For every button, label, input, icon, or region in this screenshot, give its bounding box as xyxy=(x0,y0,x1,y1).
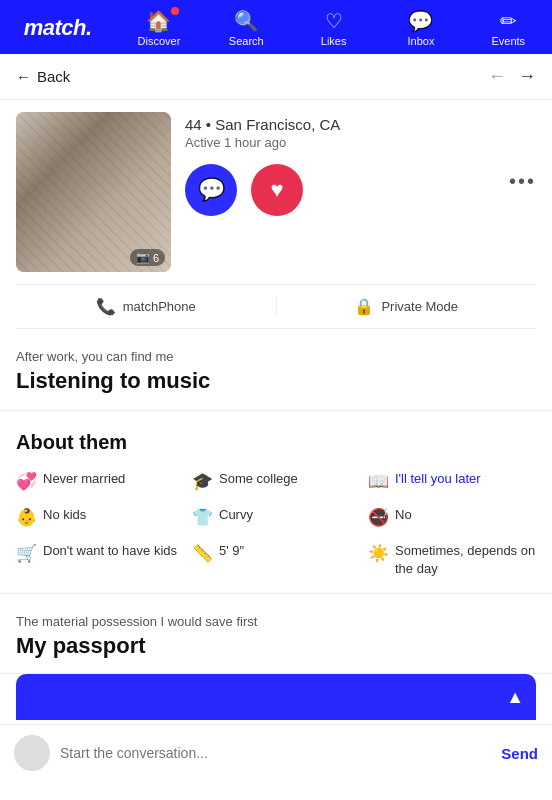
passport-label: The material possession I would save fir… xyxy=(16,614,536,629)
profile-image xyxy=(16,112,171,272)
about-item-text-8: Sometimes, depends on the day xyxy=(395,542,536,577)
nav-search-label: Search xyxy=(229,35,264,47)
about-item-text-4: Curvy xyxy=(219,506,253,524)
about-item-text-1: Some college xyxy=(219,470,298,488)
about-item-6: 🛒Don't want to have kids xyxy=(16,542,184,577)
about-title: About them xyxy=(16,431,536,454)
passport-value: My passport xyxy=(16,633,536,659)
prev-profile-button[interactable]: ← xyxy=(488,66,506,87)
about-item-icon-3: 👶 xyxy=(16,507,37,528)
cta-chevron-icon: ▲ xyxy=(506,687,524,708)
profile-actions: 💬 ♥ xyxy=(185,164,536,216)
photo-count-number: 6 xyxy=(153,252,159,264)
about-item-text-0: Never married xyxy=(43,470,125,488)
about-item-icon-1: 🎓 xyxy=(192,471,213,492)
back-label: Back xyxy=(37,68,70,85)
chat-bar: Send xyxy=(0,724,552,781)
about-item-icon-6: 🛒 xyxy=(16,543,37,564)
profile-photo[interactable]: 📷 6 xyxy=(16,112,171,272)
discover-notification-dot xyxy=(171,7,179,15)
nav-inbox-label: Inbox xyxy=(408,35,435,47)
about-item-icon-8: ☀️ xyxy=(368,543,389,564)
about-item-text-3: No kids xyxy=(43,506,86,524)
about-item-text-2: I'll tell you later xyxy=(395,470,481,488)
about-item-icon-0: 💞 xyxy=(16,471,37,492)
matchphone-label: matchPhone xyxy=(123,299,196,314)
nav-discover[interactable]: 🏠 Discover xyxy=(129,9,189,47)
about-item-icon-7: 📏 xyxy=(192,543,213,564)
profile-active-status: Active 1 hour ago xyxy=(185,135,536,150)
profile-navigation: ← → xyxy=(488,66,536,87)
about-item-0: 💞Never married xyxy=(16,470,184,492)
send-button[interactable]: Send xyxy=(501,745,538,762)
features-bar: 📞 matchPhone 🔒 Private Mode xyxy=(16,284,536,329)
inbox-icon: 💬 xyxy=(408,9,433,33)
profile-age-location: 44 • San Francisco, CA xyxy=(185,116,536,133)
about-grid: 💞Never married🎓Some college📖I'll tell yo… xyxy=(16,470,536,577)
nav-likes-label: Likes xyxy=(321,35,347,47)
passport-section: The material possession I would save fir… xyxy=(0,594,552,674)
cta-banner[interactable]: ▲ xyxy=(16,674,536,720)
search-icon: 🔍 xyxy=(234,9,259,33)
about-section: About them 💞Never married🎓Some college📖I… xyxy=(0,411,552,594)
after-work-value: Listening to music xyxy=(16,368,536,394)
after-work-section: After work, you can find me Listening to… xyxy=(0,329,552,411)
private-mode-feature[interactable]: 🔒 Private Mode xyxy=(277,297,537,316)
nav-events[interactable]: ✏ Events xyxy=(478,9,538,47)
private-mode-label: Private Mode xyxy=(381,299,458,314)
about-item-text-5: No xyxy=(395,506,412,524)
top-nav: match. 🏠 Discover 🔍 Search ♡ Likes 💬 Inb… xyxy=(0,0,552,54)
camera-icon: 📷 xyxy=(136,251,150,264)
photo-count: 📷 6 xyxy=(130,249,165,266)
nav-events-label: Events xyxy=(491,35,525,47)
about-item-7: 📏5' 9" xyxy=(192,542,360,577)
about-item-2: 📖I'll tell you later xyxy=(368,470,536,492)
more-options-button[interactable]: ••• xyxy=(509,170,536,193)
events-icon: ✏ xyxy=(500,9,517,33)
about-item-icon-2: 📖 xyxy=(368,471,389,492)
matchphone-icon: 📞 xyxy=(96,297,116,316)
about-item-icon-4: 👕 xyxy=(192,507,213,528)
chat-input[interactable] xyxy=(60,745,491,761)
about-item-4: 👕Curvy xyxy=(192,506,360,528)
profile-info: 44 • San Francisco, CA Active 1 hour ago… xyxy=(185,112,536,216)
about-item-text-6: Don't want to have kids xyxy=(43,542,177,560)
about-item-icon-5: 🚭 xyxy=(368,507,389,528)
about-item-3: 👶No kids xyxy=(16,506,184,528)
about-item-5: 🚭No xyxy=(368,506,536,528)
likes-icon: ♡ xyxy=(325,9,343,33)
chat-button[interactable]: 💬 xyxy=(185,164,237,216)
after-work-label: After work, you can find me xyxy=(16,349,536,364)
nav-discover-label: Discover xyxy=(138,35,181,47)
back-bar: ← Back ← → xyxy=(0,54,552,100)
matchphone-feature[interactable]: 📞 matchPhone xyxy=(16,297,277,316)
nav-inbox[interactable]: 💬 Inbox xyxy=(391,9,451,47)
nav-search[interactable]: 🔍 Search xyxy=(216,9,276,47)
private-mode-icon: 🔒 xyxy=(354,297,374,316)
next-profile-button[interactable]: → xyxy=(518,66,536,87)
nav-likes[interactable]: ♡ Likes xyxy=(304,9,364,47)
about-item-text-7: 5' 9" xyxy=(219,542,244,560)
about-item-8: ☀️Sometimes, depends on the day xyxy=(368,542,536,577)
app-logo: match. xyxy=(14,15,102,41)
discover-icon: 🏠 xyxy=(146,9,171,33)
back-arrow-icon: ← xyxy=(16,68,31,85)
about-item-1: 🎓Some college xyxy=(192,470,360,492)
user-avatar xyxy=(14,735,50,771)
like-button[interactable]: ♥ xyxy=(251,164,303,216)
profile-header: 📷 6 44 • San Francisco, CA Active 1 hour… xyxy=(0,100,552,284)
back-button[interactable]: ← Back xyxy=(16,68,70,85)
